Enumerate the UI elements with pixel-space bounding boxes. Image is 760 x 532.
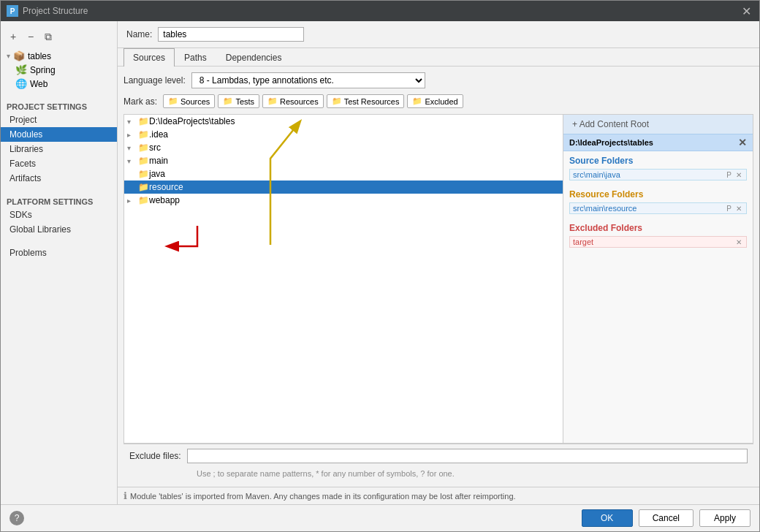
sidebar-item-facets[interactable]: Facets xyxy=(1,156,117,171)
mark-as-label: Mark as: xyxy=(123,96,157,107)
language-select[interactable]: 8 - Lambdas, type annotations etc.11 - L… xyxy=(191,72,425,88)
name-row: Name: xyxy=(118,21,759,48)
excluded-folders-section: Excluded Folders target ✕ xyxy=(563,218,753,252)
tree-node-idea[interactable]: 📁 .idea xyxy=(124,128,563,141)
problems-label: Problems xyxy=(10,248,47,258)
sidebar-item-global-libraries[interactable]: Global Libraries xyxy=(1,222,117,237)
artifacts-label: Artifacts xyxy=(10,173,41,183)
mark-resources-button[interactable]: 📁 Resources xyxy=(262,94,324,108)
mark-excluded-button[interactable]: 📁 Excluded xyxy=(407,94,463,108)
web-label: Web xyxy=(30,79,48,89)
exclude-files-input[interactable] xyxy=(187,449,748,463)
sidebar: + − ⧉ ▾ 📦 tables 🌿 Spring 🌐 Web Project … xyxy=(1,21,118,504)
tree-node-resource[interactable]: 📁 resource xyxy=(124,180,563,194)
tree-node-java[interactable]: 📁 java xyxy=(124,167,563,180)
language-label: Language level: xyxy=(123,75,186,86)
title-bar: P Project Structure ✕ xyxy=(1,1,759,21)
sources-panel: Language level: 8 - Lambdas, type annota… xyxy=(118,66,759,487)
project-label: Project xyxy=(10,115,37,125)
mark-tests-button[interactable]: 📁 Tests xyxy=(218,94,259,108)
modules-label: Modules xyxy=(10,129,42,140)
sidebar-item-modules[interactable]: Modules xyxy=(1,127,117,142)
folder-main-icon: 📁 xyxy=(138,156,149,166)
folder-java-icon: 📁 xyxy=(138,169,149,179)
module-item-spring[interactable]: 🌿 Spring xyxy=(1,63,117,77)
tests-folder-icon: 📁 xyxy=(223,96,233,106)
sidebar-item-project[interactable]: Project xyxy=(1,113,117,127)
excluded-folder-remove-button[interactable]: ✕ xyxy=(734,238,743,246)
sidebar-item-sdks[interactable]: SDKs xyxy=(1,208,117,222)
module-item-tables[interactable]: ▾ 📦 tables xyxy=(1,49,117,63)
folder-resource-icon: 📁 xyxy=(138,182,149,192)
facets-label: Facets xyxy=(10,159,36,169)
tree-label-main: main xyxy=(149,156,168,166)
sidebar-item-artifacts[interactable]: Artifacts xyxy=(1,171,117,186)
source-folder-actions: P ✕ xyxy=(725,171,743,179)
sdks-label: SDKs xyxy=(10,210,32,220)
source-folder-remove-button[interactable]: ✕ xyxy=(734,171,743,179)
right-panel-close-button[interactable]: ✕ xyxy=(738,137,747,148)
folder-tables-root-icon: 📁 xyxy=(138,116,149,126)
name-input[interactable] xyxy=(158,27,304,42)
mark-sources-button[interactable]: 📁 Sources xyxy=(163,94,215,108)
resources-folder-icon: 📁 xyxy=(267,96,278,106)
file-tree-panel: 📁 D:\IdeaProjects\tables 📁 .idea 📁 src xyxy=(123,114,563,444)
info-icon: ℹ xyxy=(123,490,127,501)
resource-folder-path: src\main\resource xyxy=(573,204,725,213)
resource-folders-section: Resource Folders src\main\resource P ✕ xyxy=(563,185,753,218)
excluded-folder-icon: 📁 xyxy=(412,96,422,106)
apply-button[interactable]: Apply xyxy=(699,509,750,527)
close-button[interactable]: ✕ xyxy=(739,4,753,18)
sidebar-item-problems[interactable]: Problems xyxy=(1,246,117,260)
ok-button[interactable]: OK xyxy=(582,509,633,527)
tree-label-webapp: webapp xyxy=(149,195,180,205)
right-panel: + Add Content Root D:\IdeaProjects\table… xyxy=(563,114,753,444)
source-folder-edit-button[interactable]: P xyxy=(725,171,733,179)
resource-folder-actions: P ✕ xyxy=(725,205,743,213)
chevron-tables-root xyxy=(127,118,136,126)
add-content-root-button[interactable]: + Add Content Root xyxy=(569,118,652,131)
mark-as-row: Mark as: 📁 Sources 📁 Tests 📁 Resources xyxy=(123,94,753,108)
tree-node-tables-root[interactable]: 📁 D:\IdeaProjects\tables xyxy=(124,115,563,128)
add-module-button[interactable]: + xyxy=(5,28,21,45)
exclude-files-row: Exclude files: xyxy=(123,444,753,468)
libraries-label: Libraries xyxy=(10,144,43,154)
resource-folder-remove-button[interactable]: ✕ xyxy=(734,205,743,213)
spring-label: Spring xyxy=(30,65,56,75)
chevron-src xyxy=(127,144,136,152)
resource-folders-title: Resource Folders xyxy=(569,189,747,200)
project-settings-header: Project Settings xyxy=(1,99,117,113)
tree-label-tables-root: D:\IdeaProjects\tables xyxy=(149,116,235,126)
source-folder-entry-java: src\main\java P ✕ xyxy=(569,169,747,180)
tab-dependencies[interactable]: Dependencies xyxy=(216,48,292,66)
mark-test-resources-button[interactable]: 📁 Test Resources xyxy=(327,94,405,108)
tab-paths[interactable]: Paths xyxy=(175,48,216,66)
web-icon: 🌐 xyxy=(15,78,27,89)
cancel-button[interactable]: Cancel xyxy=(639,509,694,527)
folder-idea-icon: 📁 xyxy=(138,129,149,140)
excluded-folder-entry: target ✕ xyxy=(569,236,747,248)
resource-folder-edit-button[interactable]: P xyxy=(725,205,733,213)
remove-module-button[interactable]: − xyxy=(23,28,39,45)
tree-label-resource: resource xyxy=(149,182,183,192)
sidebar-toolbar: + − ⧉ xyxy=(1,27,117,49)
excluded-folder-path: target xyxy=(573,238,734,246)
tree-node-main[interactable]: 📁 main xyxy=(124,154,563,167)
name-label: Name: xyxy=(126,29,152,39)
module-icon: 📦 xyxy=(13,50,25,61)
module-arrow: ▾ xyxy=(7,52,10,60)
tree-node-src[interactable]: 📁 src xyxy=(124,141,563,154)
help-button[interactable]: ? xyxy=(10,511,24,525)
excluded-folders-title: Excluded Folders xyxy=(569,223,747,233)
exclude-files-label: Exclude files: xyxy=(129,451,181,461)
module-item-web[interactable]: 🌐 Web xyxy=(1,77,117,91)
platform-settings-header: Platform Settings xyxy=(1,194,117,208)
copy-module-button[interactable]: ⧉ xyxy=(40,28,56,45)
tree-label-java: java xyxy=(149,169,165,179)
tree-node-webapp[interactable]: 📁 webapp xyxy=(124,194,563,207)
tab-sources[interactable]: Sources xyxy=(123,48,175,66)
app-icon: P xyxy=(7,5,18,17)
test-resources-folder-icon: 📁 xyxy=(332,96,342,106)
module-label: tables xyxy=(28,51,51,61)
sidebar-item-libraries[interactable]: Libraries xyxy=(1,142,117,156)
